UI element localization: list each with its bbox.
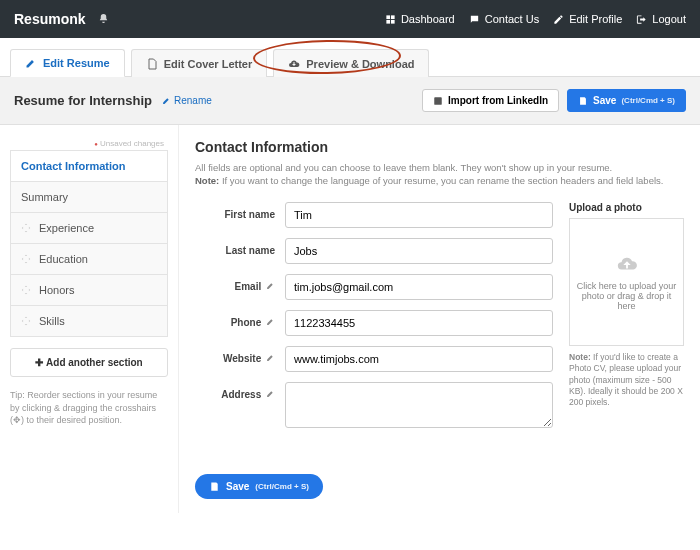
nav-contact-label: Contact Us [485, 13, 539, 25]
tab-edit-cover-letter[interactable]: Edit Cover Letter [131, 49, 268, 77]
save-button-bottom[interactable]: Save (Ctrl/Cmd + S) [195, 474, 323, 499]
tab-edit-resume-label: Edit Resume [43, 57, 110, 69]
sidebar-item-education[interactable]: Education [10, 243, 168, 275]
svg-rect-0 [386, 15, 390, 19]
help-text: All fields are optional and you can choo… [195, 161, 684, 188]
edit-icon [25, 57, 37, 69]
nav-contact[interactable]: Contact Us [469, 13, 539, 25]
label-phone: Phone [195, 310, 285, 328]
tab-edit-cover-label: Edit Cover Letter [164, 58, 253, 70]
notifications-icon[interactable] [98, 13, 109, 26]
email-input[interactable] [285, 274, 553, 300]
add-section-label: Add another section [46, 357, 143, 368]
save-icon [578, 96, 588, 106]
label-website: Website [195, 346, 285, 364]
drag-icon[interactable] [21, 254, 31, 264]
main-tabs: Edit Resume Edit Cover Letter Preview & … [0, 38, 700, 77]
sidebar-item-label: Education [39, 253, 88, 265]
sidebar-item-label: Contact Information [21, 160, 126, 172]
import-linkedin-label: Import from LinkedIn [448, 95, 548, 106]
sidebar-item-label: Experience [39, 222, 94, 234]
rename-link[interactable]: Rename [162, 95, 212, 106]
photo-heading: Upload a photo [569, 202, 684, 213]
save-button-top[interactable]: Save (Ctrl/Cmd + S) [567, 89, 686, 112]
sidebar-item-honors[interactable]: Honors [10, 274, 168, 306]
save-shortcut: (Ctrl/Cmd + S) [255, 482, 309, 491]
website-input[interactable] [285, 346, 553, 372]
cloud-upload-icon [614, 253, 640, 275]
dashboard-icon [385, 14, 396, 25]
svg-rect-2 [386, 19, 390, 23]
photo-note: Note: If you'd like to create a Photo CV… [569, 352, 684, 409]
save-label: Save [226, 481, 249, 492]
chat-icon [469, 14, 480, 25]
drag-icon[interactable] [21, 285, 31, 295]
sidebar-item-label: Honors [39, 284, 74, 296]
fields: First name Last name Email Phone Website [195, 202, 553, 438]
drag-icon[interactable] [21, 316, 31, 326]
label-last-name: Last name [195, 238, 285, 256]
main-panel: Contact Information All fields are optio… [178, 125, 700, 513]
nav-logout-label: Logout [652, 13, 686, 25]
photo-note-label: Note: [569, 352, 591, 362]
help-line-2: If you want to change the language of yo… [222, 175, 664, 186]
tab-preview-label: Preview & Download [306, 58, 414, 70]
add-section-button[interactable]: ✚ Add another section [10, 348, 168, 377]
label-email: Email [195, 274, 285, 292]
page-header: Resume for Internship Rename Import from… [0, 77, 700, 125]
tab-preview-download[interactable]: Preview & Download [273, 49, 429, 77]
pencil-icon[interactable] [266, 281, 275, 290]
svg-rect-3 [391, 19, 395, 23]
phone-input[interactable] [285, 310, 553, 336]
save-label: Save [593, 95, 616, 106]
photo-dropzone[interactable]: Click here to upload your photo or drag … [569, 218, 684, 346]
label-first-name: First name [195, 202, 285, 220]
document-icon [146, 58, 158, 70]
body: Unsaved changes Contact Information Summ… [0, 125, 700, 513]
reorder-tip: Tip: Reorder sections in your resume by … [10, 389, 168, 427]
sidebar-item-contact[interactable]: Contact Information [10, 150, 168, 182]
first-name-input[interactable] [285, 202, 553, 228]
pencil-icon [162, 96, 171, 105]
linkedin-icon [433, 96, 443, 106]
brand-logo[interactable]: Resumonk [14, 11, 86, 27]
nav-logout[interactable]: Logout [636, 13, 686, 25]
sidebar-item-label: Summary [21, 191, 68, 203]
last-name-input[interactable] [285, 238, 553, 264]
sidebar: Unsaved changes Contact Information Summ… [0, 125, 178, 513]
pencil-icon[interactable] [266, 353, 275, 362]
save-shortcut: (Ctrl/Cmd + S) [621, 96, 675, 105]
svg-rect-1 [391, 15, 395, 19]
import-linkedin-button[interactable]: Import from LinkedIn [422, 89, 559, 112]
nav-dashboard[interactable]: Dashboard [385, 13, 455, 25]
address-input[interactable] [285, 382, 553, 428]
nav-edit-profile-label: Edit Profile [569, 13, 622, 25]
help-note-label: Note: [195, 175, 219, 186]
pencil-icon [553, 14, 564, 25]
cloud-download-icon [288, 58, 300, 70]
top-nav: Dashboard Contact Us Edit Profile Logout [385, 13, 686, 25]
top-bar: Resumonk Dashboard Contact Us Edit Profi… [0, 0, 700, 38]
pencil-icon[interactable] [266, 389, 275, 398]
dropzone-text: Click here to upload your photo or drag … [576, 281, 677, 311]
sidebar-item-label: Skills [39, 315, 65, 327]
tab-edit-resume[interactable]: Edit Resume [10, 49, 125, 77]
pencil-icon[interactable] [266, 317, 275, 326]
nav-dashboard-label: Dashboard [401, 13, 455, 25]
resume-title: Resume for Internship [14, 93, 152, 108]
save-icon [209, 481, 220, 492]
form-area: First name Last name Email Phone Website [195, 202, 684, 438]
label-address: Address [195, 382, 285, 400]
sidebar-item-skills[interactable]: Skills [10, 305, 168, 337]
help-line-1: All fields are optional and you can choo… [195, 162, 612, 173]
drag-icon[interactable] [21, 223, 31, 233]
section-heading: Contact Information [195, 139, 684, 155]
nav-edit-profile[interactable]: Edit Profile [553, 13, 622, 25]
rename-label: Rename [174, 95, 212, 106]
sidebar-item-experience[interactable]: Experience [10, 212, 168, 244]
unsaved-badge: Unsaved changes [10, 137, 168, 150]
logout-icon [636, 14, 647, 25]
sidebar-item-summary[interactable]: Summary [10, 181, 168, 213]
photo-column: Upload a photo Click here to upload your… [569, 202, 684, 438]
svg-rect-4 [434, 97, 442, 105]
